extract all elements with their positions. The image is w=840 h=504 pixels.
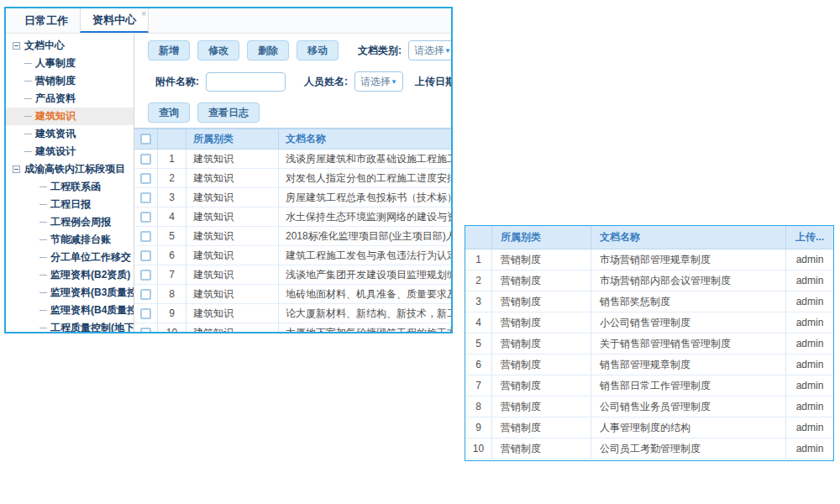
tree-item-分工单位工作移交[interactable]: 分工单位工作移交 (6, 249, 134, 266)
toolbar-button-删除[interactable]: 删除 (247, 40, 289, 60)
row-checkbox[interactable] (140, 192, 151, 203)
collapse-icon[interactable] (13, 165, 20, 173)
row-number: 5 (158, 227, 186, 245)
row-document-name[interactable]: 论大厦新材料、新结构、新技术，新工... (279, 304, 451, 323)
toolbar-button-新增[interactable]: 新增 (148, 40, 190, 60)
tree-item-监理资料(B4质量控制)[interactable]: 监理资料(B4质量控制) (6, 302, 134, 319)
category-tree: 文档中心人事制度营销制度产品资料建筑知识建筑资讯建筑设计成渝高铁内江标段项目工程… (6, 34, 134, 333)
tab-资料中心[interactable]: 资料中心× (80, 8, 149, 33)
tree-item-工程联系函[interactable]: 工程联系函 (6, 178, 134, 196)
table-row: 3建筑知识房屋建筑工程总承包投标书（技术标）... (134, 188, 451, 207)
row-checkbox[interactable] (140, 250, 151, 261)
tree-item-工程日报[interactable]: 工程日报 (6, 196, 134, 213)
tree-item-监理资料(B2资质)[interactable]: 监理资料(B2资质) (6, 266, 134, 284)
tree-item-工程质量控制(地下室)[interactable]: 工程质量控制(地下室) (6, 319, 134, 333)
seq-column-header (158, 129, 186, 149)
tree-item-label: 文档中心 (24, 37, 65, 55)
row-document-name[interactable]: 地砖地面材料、机具准备、质量要求及... (279, 285, 451, 303)
collapse-icon[interactable] (13, 42, 20, 50)
tree-connector (39, 310, 47, 311)
row-checkbox[interactable] (140, 328, 151, 334)
row-document-name[interactable]: 房屋建筑工程总承包投标书（技术标）... (279, 188, 451, 207)
table-row: 2建筑知识对发包人指定分包的工程施工进度安排... (134, 169, 451, 188)
tree-item-监理资料(B3质量控制)[interactable]: 监理资料(B3质量控制) (6, 284, 134, 302)
row-document-name[interactable]: 市场营销部管理规章制度 (591, 249, 786, 270)
tree-item-工程例会周报[interactable]: 工程例会周报 (6, 213, 134, 231)
table-row: 10营销制度公司员工考勤管理制度admin (465, 438, 833, 459)
tree-item-成渝高铁内江标段项目[interactable]: 成渝高铁内江标段项目 (6, 160, 134, 178)
row-checkbox[interactable] (140, 212, 151, 223)
row-number: 9 (158, 304, 186, 323)
tree-item-人事制度[interactable]: 人事制度 (6, 55, 134, 72)
tree-connector (39, 239, 47, 240)
row-document-name[interactable]: 对发包人指定分包的工程施工进度安排... (279, 169, 451, 187)
row-checkbox-cell (134, 323, 158, 333)
row-checkbox[interactable] (140, 231, 151, 242)
tree-item-产品资料[interactable]: 产品资料 (6, 90, 134, 108)
documents-table-header: 所属别类 文档名称 (134, 129, 451, 150)
row-document-name[interactable]: 市场营销部内部会议管理制度 (591, 270, 786, 291)
toolbar-button-移动[interactable]: 移动 (297, 40, 339, 60)
tab-label: 日常工作 (24, 13, 68, 29)
toolbar-button-修改[interactable]: 修改 (197, 40, 239, 60)
row-document-name[interactable]: 大厦地下室加气砼墙砌筑工程的施工方... (279, 323, 451, 333)
row-checkbox[interactable] (140, 308, 151, 319)
tab-日常工作[interactable]: 日常工作 (13, 8, 80, 33)
row-checkbox-cell (134, 207, 158, 226)
tree-item-节能减排台账[interactable]: 节能减排台账 (6, 231, 134, 249)
row-document-name[interactable]: 销售部奖惩制度 (591, 291, 786, 312)
person-name-select[interactable]: 请选择 ▼ (354, 71, 403, 92)
row-checkbox-cell (134, 169, 158, 187)
row-document-name[interactable]: 水土保持生态环境监测网络的建设与资... (279, 207, 451, 226)
row-uploader: admin (786, 270, 833, 291)
row-checkbox[interactable] (140, 154, 151, 165)
tree-item-建筑设计[interactable]: 建筑设计 (6, 143, 134, 160)
row-category: 建筑知识 (186, 246, 279, 265)
tree-item-文档中心[interactable]: 文档中心 (6, 37, 134, 55)
row-checkbox[interactable] (140, 289, 151, 300)
row-document-name[interactable]: 公司销售业务员管理制度 (591, 396, 786, 417)
row-uploader: admin (786, 333, 833, 354)
doc-category-select[interactable]: 请选择 ▼ (408, 40, 451, 60)
row-checkbox-cell (134, 246, 158, 265)
tree-item-建筑知识[interactable]: 建筑知识 (6, 108, 134, 125)
row-checkbox-cell (134, 285, 158, 303)
attachment-name-input[interactable] (206, 72, 286, 92)
row-number: 6 (158, 246, 186, 265)
row-document-name[interactable]: 浅谈房屋建筑和市政基础设施工程施工... (279, 150, 451, 168)
row-document-name[interactable]: 浅谈地产集团开发建设项目监理规划编... (279, 265, 451, 284)
row-uploader: admin (786, 291, 833, 312)
tree-connector (24, 98, 32, 99)
action-button-查询[interactable]: 查询 (148, 102, 190, 123)
row-document-name[interactable]: 人事管理制度的结构 (591, 417, 786, 438)
action-button-查看日志[interactable]: 查看日志 (197, 102, 260, 123)
row-document-name[interactable]: 建筑工程施工发包与承包违法行为认定... (279, 246, 451, 265)
table-row: 7营销制度销售部日常工作管理制度admin (465, 375, 833, 396)
action-row: 查询查看日志 (134, 102, 451, 123)
row-category: 建筑知识 (186, 304, 279, 323)
tree-item-label: 分工单位工作移交 (50, 249, 131, 266)
tree-item-label: 成渝高铁内江标段项目 (24, 160, 125, 178)
row-document-name[interactable]: 2018标准化监理项目部(业主项目部)人员... (279, 227, 451, 245)
row-number: 4 (158, 207, 186, 226)
tree-item-营销制度[interactable]: 营销制度 (6, 72, 134, 90)
uploader-column-header: 上传... (786, 226, 833, 249)
person-name-value: 请选择 (360, 75, 391, 89)
row-document-name[interactable]: 关于销售部管理销售管理制度 (591, 333, 786, 354)
row-number: 3 (158, 188, 186, 207)
row-checkbox[interactable] (140, 270, 151, 281)
row-checkbox[interactable] (140, 173, 151, 184)
doc-category-value: 请选择 (414, 44, 444, 58)
close-icon[interactable]: × (141, 10, 146, 18)
table-row: 4建筑知识水土保持生态环境监测网络的建设与资... (134, 207, 451, 227)
row-document-name[interactable]: 公司员工考勤管理制度 (591, 438, 786, 459)
chevron-down-icon: ▼ (391, 78, 397, 86)
row-uploader: admin (786, 438, 833, 459)
row-number: 10 (158, 323, 186, 333)
row-document-name[interactable]: 销售部日常工作管理制度 (591, 375, 786, 396)
row-document-name[interactable]: 销售部管理规章制度 (591, 354, 786, 375)
row-document-name[interactable]: 小公司销售管理制度 (591, 312, 786, 333)
tree-connector (39, 257, 47, 258)
tree-item-建筑资讯[interactable]: 建筑资讯 (6, 125, 134, 143)
select-all-checkbox[interactable] (140, 134, 151, 144)
